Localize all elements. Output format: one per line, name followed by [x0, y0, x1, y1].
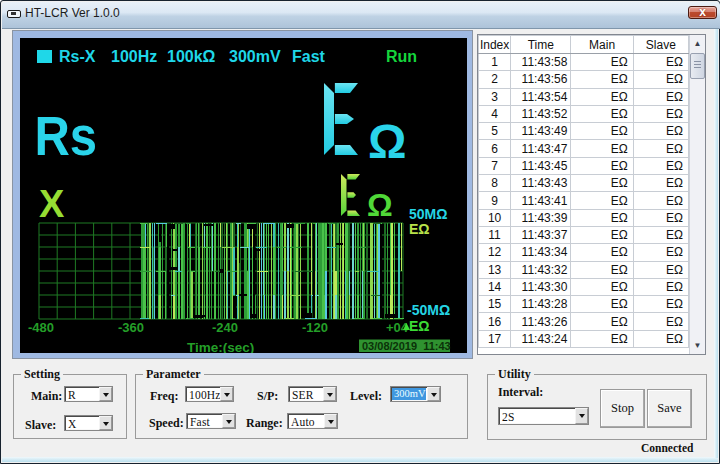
svg-text:Rs-X: Rs-X [59, 48, 96, 65]
svg-text:-360: -360 [118, 320, 144, 335]
svg-text:-50MΩ: -50MΩ [407, 302, 450, 318]
svg-text:100kΩ: 100kΩ [167, 48, 216, 65]
svg-text:EΩ: EΩ [409, 318, 430, 334]
svg-text:300mV: 300mV [229, 48, 281, 65]
svg-text:100Hz: 100Hz [111, 48, 157, 65]
svg-text:Time:(sec): Time:(sec) [187, 340, 254, 353]
svg-text:-240: -240 [212, 320, 238, 335]
svg-text:Ω: Ω [367, 187, 393, 223]
svg-text:X: X [39, 183, 65, 225]
svg-text:03/08/2019 11:43: 03/08/2019 11:43 [362, 340, 451, 352]
svg-text:Rs: Rs [35, 105, 98, 166]
svg-text:EΩ: EΩ [409, 221, 430, 237]
svg-text:Run: Run [386, 48, 417, 65]
svg-text:50MΩ: 50MΩ [409, 206, 447, 222]
svg-text:Fast: Fast [292, 48, 326, 65]
svg-text:-120: -120 [302, 320, 328, 335]
svg-text:-480: -480 [28, 320, 54, 335]
svg-text:Ω: Ω [368, 115, 406, 168]
